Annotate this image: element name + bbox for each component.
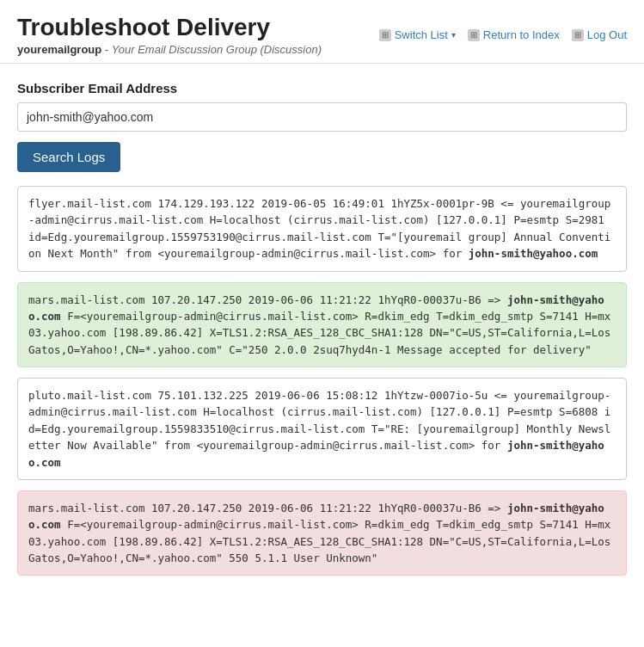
switch-list-arrow: ▾ — [451, 30, 456, 40]
log-entry-3-text: pluto.mail-list.com 75.101.132.225 2019-… — [28, 389, 610, 469]
log-entry-2: mars.mail-list.com 107.20.147.250 2019-0… — [17, 282, 627, 368]
switch-list-label: Switch List — [395, 28, 448, 41]
log-entry-4: mars.mail-list.com 107.20.147.250 2019-0… — [17, 490, 627, 576]
log-entry-4-text: mars.mail-list.com 107.20.147.250 2019-0… — [28, 502, 610, 564]
log-entry-1: flyer.mail-list.com 174.129.193.122 2019… — [17, 186, 627, 272]
return-icon: ⊞ — [468, 29, 480, 41]
subtitle-sep: - — [105, 43, 112, 56]
log-entries: flyer.mail-list.com 174.129.193.122 2019… — [17, 186, 627, 576]
nav-log-out[interactable]: ⊞ Log Out — [572, 28, 627, 41]
page-title: Troubleshoot Delivery — [17, 14, 322, 41]
nav-switch-list[interactable]: ⊞ Switch List ▾ — [379, 28, 456, 41]
log-entry-2-text: mars.mail-list.com 107.20.147.250 2019-0… — [28, 293, 610, 356]
logout-icon: ⊞ — [572, 29, 584, 41]
subtitle-listname: youremailgroup — [17, 43, 101, 56]
nav-return-to-index[interactable]: ⊞ Return to Index — [468, 28, 560, 41]
log-entry-3: pluto.mail-list.com 75.101.132.225 2019-… — [17, 378, 627, 480]
form-section: Subscriber Email Address Search Logs — [17, 81, 627, 172]
logout-label: Log Out — [587, 28, 627, 41]
page-container: Troubleshoot Delivery youremailgroup - Y… — [0, 0, 644, 647]
switch-list-icon: ⊞ — [379, 29, 391, 41]
subtitle-desc: Your Email Discussion Group (Discussion) — [112, 43, 322, 56]
header-nav: ⊞ Switch List ▾ ⊞ Return to Index ⊞ Log … — [379, 28, 627, 41]
header-left: Troubleshoot Delivery youremailgroup - Y… — [17, 14, 322, 56]
subtitle: youremailgroup - Your Email Discussion G… — [17, 43, 322, 56]
log-entry-1-text: flyer.mail-list.com 174.129.193.122 2019… — [28, 197, 610, 260]
email-input[interactable] — [17, 102, 627, 132]
email-label: Subscriber Email Address — [17, 81, 627, 96]
header: Troubleshoot Delivery youremailgroup - Y… — [0, 0, 644, 64]
return-label: Return to Index — [483, 28, 560, 41]
search-logs-button[interactable]: Search Logs — [17, 142, 120, 172]
main-content: Subscriber Email Address Search Logs fly… — [0, 64, 644, 593]
